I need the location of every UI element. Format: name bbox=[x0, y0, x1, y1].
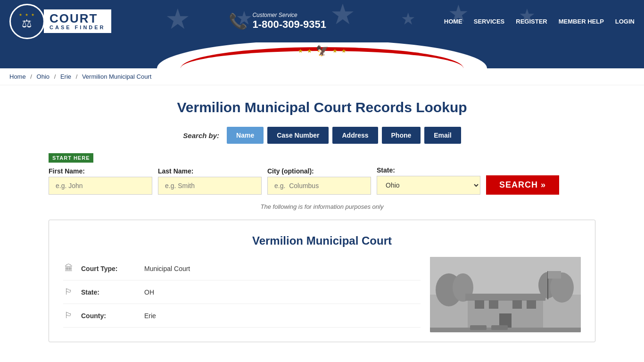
logo-text-block: COURT CASE FINDER bbox=[44, 9, 111, 33]
main-nav: HOME SERVICES REGISTER MEMBER HELP LOGIN bbox=[444, 18, 635, 25]
last-name-group: Last Name: bbox=[158, 167, 262, 195]
breadcrumb-erie[interactable]: Erie bbox=[60, 73, 71, 80]
court-info-title: Vermilion Municipal Court bbox=[63, 234, 581, 247]
tab-address[interactable]: Address bbox=[332, 127, 378, 144]
first-name-label: First Name: bbox=[49, 167, 152, 175]
county-row: 🏳 County: Erie bbox=[63, 304, 421, 328]
first-name-group: First Name: bbox=[49, 167, 152, 195]
logo-emblem: ⚖ bbox=[22, 17, 32, 30]
nav-home[interactable]: HOME bbox=[444, 18, 462, 25]
county-detail-label: County: bbox=[81, 312, 138, 320]
tab-name[interactable]: Name bbox=[227, 127, 264, 144]
star-decor: ★ bbox=[401, 9, 415, 28]
first-name-input[interactable] bbox=[49, 177, 152, 195]
court-type-row: 🏛 Court Type: Municipal Court bbox=[63, 257, 421, 280]
eagle-stars-left: ★ ★ 🦅 ★ ★ bbox=[298, 45, 347, 57]
page-title: Vermilion Municipal Court Records Lookup bbox=[49, 99, 595, 115]
breadcrumb-bar: Home / Ohio / Erie / Vermilion Municipal… bbox=[0, 68, 644, 85]
svg-rect-7 bbox=[465, 294, 545, 301]
city-label: City (optional): bbox=[267, 167, 371, 175]
court-type-value: Municipal Court bbox=[144, 265, 190, 272]
banner-curve: ★ ★ 🦅 ★ ★ bbox=[0, 42, 644, 68]
state-detail-value: OH bbox=[144, 288, 154, 296]
logo-circle: ★ ★ ★ ⚖ bbox=[9, 4, 45, 39]
star-icon: ★ bbox=[307, 48, 312, 54]
city-group: City (optional): bbox=[267, 167, 371, 195]
court-info-body: 🏛 Court Type: Municipal Court 🏳 State: O… bbox=[63, 257, 581, 332]
logo-court-text: COURT bbox=[50, 12, 106, 25]
court-type-label: Court Type: bbox=[81, 265, 138, 272]
breadcrumb-sep: / bbox=[54, 73, 56, 80]
cs-label: Customer Service bbox=[252, 12, 326, 18]
star-icon: ★ bbox=[341, 48, 347, 54]
customer-service: 📞 Customer Service 1-800-309-9351 bbox=[229, 12, 326, 31]
search-by-label: Search by: bbox=[183, 132, 219, 140]
svg-rect-10 bbox=[512, 300, 522, 309]
search-button[interactable]: SEARCH » bbox=[486, 175, 559, 195]
phone-icon: 📞 bbox=[229, 12, 248, 30]
breadcrumb-sep: / bbox=[76, 73, 78, 80]
logo-case-finder-text: CASE FINDER bbox=[50, 25, 106, 30]
tab-phone[interactable]: Phone bbox=[382, 127, 421, 144]
svg-rect-9 bbox=[489, 300, 498, 309]
svg-rect-17 bbox=[491, 325, 508, 330]
nav-services[interactable]: SERVICES bbox=[474, 18, 505, 25]
svg-rect-16 bbox=[470, 325, 487, 330]
eagle-icon: 🦅 bbox=[316, 45, 329, 57]
breadcrumb-current: Vermilion Municipal Court bbox=[82, 73, 151, 80]
last-name-input[interactable] bbox=[158, 177, 262, 195]
state-select[interactable]: Ohio AlabamaAlaskaArizona ArkansasCalifo… bbox=[377, 176, 480, 195]
svg-rect-11 bbox=[527, 300, 536, 309]
form-row: First Name: Last Name: City (optional): … bbox=[49, 166, 595, 195]
nav-register[interactable]: REGISTER bbox=[516, 18, 547, 25]
search-form-wrapper: START HERE First Name: Last Name: City (… bbox=[49, 153, 595, 195]
info-note: The following is for information purpose… bbox=[49, 203, 595, 210]
state-label: State: bbox=[377, 166, 480, 174]
city-input[interactable] bbox=[267, 177, 371, 195]
court-type-icon: 🏛 bbox=[63, 263, 74, 273]
star-icon: ★ bbox=[298, 48, 303, 54]
court-image bbox=[430, 257, 581, 332]
header: ★ ★ ★ ★ ★ ★ ★ ★ ★ ⚖ COURT CASE FINDER 📞 … bbox=[0, 0, 644, 42]
logo-stars: ★ ★ ★ bbox=[19, 13, 35, 17]
logo[interactable]: ★ ★ ★ ⚖ COURT CASE FINDER bbox=[9, 4, 111, 39]
star-icon: ★ bbox=[332, 48, 338, 54]
last-name-label: Last Name: bbox=[158, 167, 262, 175]
court-building-image bbox=[430, 257, 581, 332]
search-by-row: Search by: Name Case Number Address Phon… bbox=[49, 127, 595, 144]
tab-case-number[interactable]: Case Number bbox=[267, 127, 329, 144]
breadcrumb-sep: / bbox=[30, 73, 32, 80]
start-here-badge: START HERE bbox=[49, 153, 93, 163]
breadcrumb-home[interactable]: Home bbox=[9, 73, 26, 80]
tab-email[interactable]: Email bbox=[424, 127, 461, 144]
svg-rect-14 bbox=[548, 271, 561, 279]
star-decor: ★ bbox=[330, 0, 355, 31]
nav-member-help[interactable]: MEMBER HELP bbox=[559, 18, 604, 25]
state-detail-label: State: bbox=[81, 288, 138, 296]
county-detail-value: Erie bbox=[144, 312, 156, 320]
state-row: 🏳 State: OH bbox=[63, 280, 421, 304]
court-info-box: Vermilion Municipal Court 🏛 Court Type: … bbox=[49, 220, 595, 342]
breadcrumb: Home / Ohio / Erie / Vermilion Municipal… bbox=[9, 73, 635, 80]
svg-rect-8 bbox=[475, 300, 484, 309]
star-decor: ★ bbox=[165, 2, 190, 35]
breadcrumb-ohio[interactable]: Ohio bbox=[37, 73, 50, 80]
banner-eagle: ★ ★ 🦅 ★ ★ bbox=[298, 45, 347, 57]
state-group: State: Ohio AlabamaAlaskaArizona Arkansa… bbox=[377, 166, 480, 195]
county-icon: 🏳 bbox=[63, 311, 74, 321]
cs-phone: 1-800-309-9351 bbox=[252, 18, 326, 31]
main-content: Vermilion Municipal Court Records Lookup… bbox=[39, 85, 605, 356]
court-details: 🏛 Court Type: Municipal Court 🏳 State: O… bbox=[63, 257, 421, 332]
state-icon: 🏳 bbox=[63, 287, 74, 297]
nav-login[interactable]: LOGIN bbox=[615, 18, 635, 25]
